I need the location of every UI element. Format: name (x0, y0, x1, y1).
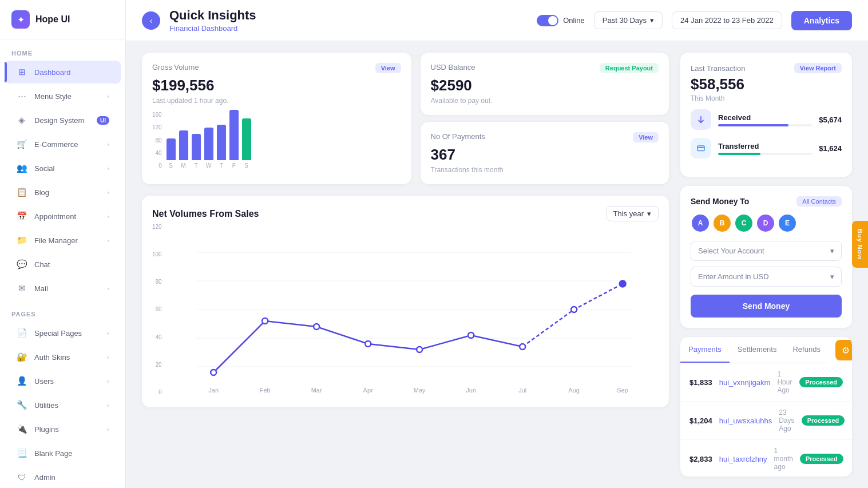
gross-volume-sub: Last updated 1 hour ago. (152, 97, 401, 105)
sidebar-item-blog[interactable]: 📋 Blog › (5, 181, 121, 204)
bar-m (179, 130, 188, 160)
sidebar-section-pages: PAGES (0, 300, 125, 321)
transferred-amount: $1,624 (819, 144, 842, 153)
select-account-placeholder: Select Your Account (698, 247, 764, 255)
payments-table-card: Payments Settlements Refunds ⚙ $1,833 hu… (680, 337, 852, 477)
chevron-right-icon: › (107, 213, 109, 220)
payment-status-1: Processed (802, 415, 845, 426)
avatar-4[interactable]: D (756, 213, 775, 233)
avatar-3[interactable]: C (734, 213, 754, 233)
bar-s1 (167, 138, 176, 160)
chevron-right-icon: › (107, 165, 109, 172)
sidebar-label-design-system: Design System (34, 116, 84, 125)
chat-icon: 💬 (16, 259, 27, 270)
tab-payments[interactable]: Payments (680, 337, 730, 363)
sidebar-item-admin[interactable]: 🛡 Admin (5, 466, 121, 488)
avatar-2[interactable]: B (712, 213, 732, 233)
sidebar-item-special-pages[interactable]: 📄 Special Pages › (5, 322, 121, 344)
sidebar-item-design-system[interactable]: ◈ Design System UI (5, 109, 121, 132)
select-account-dropdown[interactable]: Select Your Account ▾ (691, 241, 842, 261)
avatar-5[interactable]: E (778, 213, 797, 233)
chevron-right-icon: › (107, 285, 109, 292)
chevron-right-icon: › (107, 330, 109, 336)
logo-icon: ✦ (11, 10, 30, 29)
bar-t1 (192, 134, 201, 160)
page-title: Quick Insights (169, 8, 528, 23)
buy-now-tab[interactable]: Buy Now (852, 220, 868, 267)
date-range-button[interactable]: Past 30 Days ▾ (594, 11, 663, 29)
sidebar-item-plugins[interactable]: 🔌 Plugins › (5, 418, 121, 441)
gross-volume-card: Gross Volume View $199,556 Last updated … (142, 53, 411, 184)
chart-dot-jun (468, 332, 474, 338)
avatar-1[interactable]: A (691, 213, 710, 233)
sidebar-label-ecommerce: E-Commerce (34, 140, 78, 149)
chart-dot-feb (262, 318, 268, 324)
sidebar-item-ecommerce[interactable]: 🛒 E-Commerce › (5, 133, 121, 156)
tab-refunds[interactable]: Refunds (784, 337, 828, 363)
sidebar-item-chat[interactable]: 💬 Chat (5, 253, 121, 276)
sidebar-label-plugins: Plugins (34, 425, 59, 434)
bar-t2 (217, 125, 226, 160)
payment-amount-1: $1,204 (689, 416, 712, 425)
online-label: Online (563, 16, 585, 25)
net-volumes-title: Net Volumes From Sales (152, 209, 259, 219)
chevron-right-icon: › (107, 189, 109, 196)
settings-icon-wrap[interactable]: ⚙ (829, 340, 852, 360)
no-payments-badge[interactable]: View (633, 132, 659, 142)
sidebar-item-menu-style[interactable]: ⋯ Menu Style › (5, 85, 121, 108)
buy-now-label[interactable]: Buy Now (852, 220, 868, 267)
bar-group-f: F (229, 110, 239, 169)
sidebar-item-utilities[interactable]: 🔧 Utilities › (5, 394, 121, 416)
received-amount: $5,674 (819, 116, 842, 124)
contact-avatars: A B C D E (691, 213, 842, 233)
bar-w (204, 128, 213, 160)
sidebar-label-dashboard: Dashboard (34, 68, 71, 77)
transferred-name: Transferred (718, 142, 812, 150)
settings-orange-button[interactable]: ⚙ (835, 340, 852, 360)
amount-input-dropdown[interactable]: Enter Amount in USD ▾ (691, 267, 842, 287)
bar-label-s1: S (169, 162, 173, 169)
sidebar-item-appointment[interactable]: 📅 Appointment › (5, 205, 121, 228)
users-icon: 👤 (16, 375, 27, 387)
last-transaction-card: Last Transaction View Report $58,556 Thi… (680, 53, 852, 177)
analytics-button[interactable]: Analytics (791, 11, 852, 30)
page-subtitle: Financial Dashboard (169, 24, 528, 33)
sidebar-item-file-manager[interactable]: 📁 File Manager › (5, 229, 121, 252)
amount-placeholder: Enter Amount in USD (698, 272, 769, 281)
send-money-button[interactable]: Send Money (691, 295, 842, 318)
sidebar-item-mail[interactable]: ✉ Mail › (5, 277, 121, 300)
sidebar-section-home: HOME (0, 39, 125, 60)
svg-text:Jul: Jul (518, 387, 526, 394)
gross-volume-badge[interactable]: View (375, 63, 401, 73)
sidebar-item-social[interactable]: 👥 Social › (5, 157, 121, 180)
design-system-icon: ◈ (16, 114, 27, 126)
payment-amount-2: $2,833 (689, 455, 712, 463)
sidebar-item-auth-skins[interactable]: 🔐 Auth Skins › (5, 346, 121, 368)
payment-id-2[interactable]: hui_taxrcfzhny (719, 455, 767, 463)
received-item: Received $5,674 (691, 109, 842, 130)
sidebar-item-dashboard[interactable]: ⊞ Dashboard (5, 61, 121, 84)
social-icon: 👥 (16, 162, 27, 174)
all-contacts-button[interactable]: All Contacts (796, 196, 842, 207)
send-money-title: Send Money To (691, 197, 749, 206)
sidebar-label-chat: Chat (34, 260, 50, 269)
view-report-button[interactable]: View Report (794, 63, 842, 73)
last-tx-value: $58,556 (691, 76, 842, 93)
sidebar-item-blank-page[interactable]: 📃 Blank Page (5, 442, 121, 465)
online-toggle[interactable] (537, 15, 558, 26)
transferred-icon (691, 138, 711, 158)
usd-balance-card: USD Balance Request Payout $2590 Availab… (421, 53, 669, 115)
header-right: Online Past 30 Days ▾ 24 Jan 2022 to 23 … (537, 11, 852, 30)
line-chart-y-axis: 120100806040200 (152, 224, 164, 395)
tab-settlements[interactable]: Settlements (730, 337, 785, 363)
net-volumes-card: Net Volumes From Sales This year ▾ 12010… (142, 196, 669, 407)
payment-id-1[interactable]: hui_uwsxaiuhhs (719, 416, 772, 425)
top-cards-row: Gross Volume View $199,556 Last updated … (142, 53, 669, 184)
back-button[interactable]: ‹ (142, 11, 160, 30)
payment-id-0[interactable]: hui_vxnnjigakm (719, 378, 771, 387)
sidebar-item-users[interactable]: 👤 Users › (5, 370, 121, 392)
request-payout-badge[interactable]: Request Payout (600, 63, 659, 73)
this-year-button[interactable]: This year ▾ (606, 206, 659, 221)
svg-text:Jun: Jun (466, 387, 476, 394)
admin-icon: 🛡 (16, 471, 27, 483)
